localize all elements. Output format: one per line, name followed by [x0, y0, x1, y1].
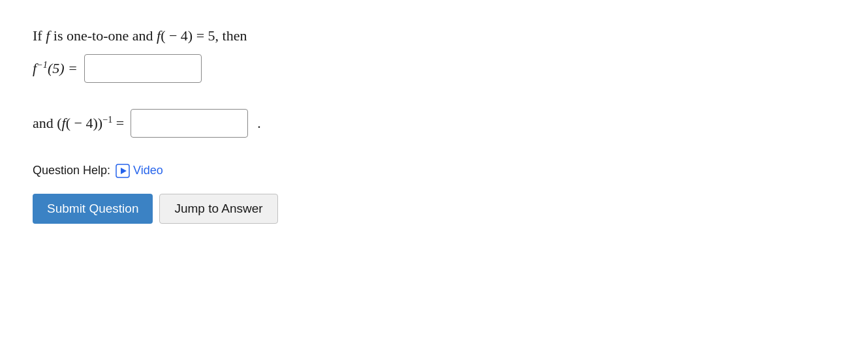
question-help-row: Question Help: Video	[33, 164, 835, 178]
reciprocal-label: and (f( − 4))−1 =	[33, 114, 124, 132]
submit-question-button[interactable]: Submit Question	[33, 194, 153, 224]
reciprocal-row: and (f( − 4))−1 = .	[33, 109, 835, 138]
buttons-row: Submit Question Jump to Answer	[33, 194, 835, 224]
period: .	[257, 115, 261, 132]
question-help-label: Question Help:	[33, 164, 110, 177]
inverse-f-row: f−1(5) =	[33, 54, 835, 83]
video-link[interactable]: Video	[116, 164, 163, 178]
video-icon	[116, 164, 130, 178]
inverse-f-input[interactable]	[84, 54, 202, 83]
page-container: If f is one-to-one and f( − 4) = 5, then…	[0, 0, 868, 364]
video-label: Video	[133, 164, 163, 177]
var-f: f	[46, 27, 50, 44]
problem-statement: If f is one-to-one and f( − 4) = 5, then	[33, 26, 835, 46]
equation-statement: f( − 4) = 5	[157, 27, 215, 44]
jump-to-answer-button[interactable]: Jump to Answer	[159, 194, 277, 224]
reciprocal-input[interactable]	[131, 109, 248, 138]
inverse-f-label: f−1(5) =	[33, 59, 78, 77]
svg-marker-1	[121, 168, 127, 174]
